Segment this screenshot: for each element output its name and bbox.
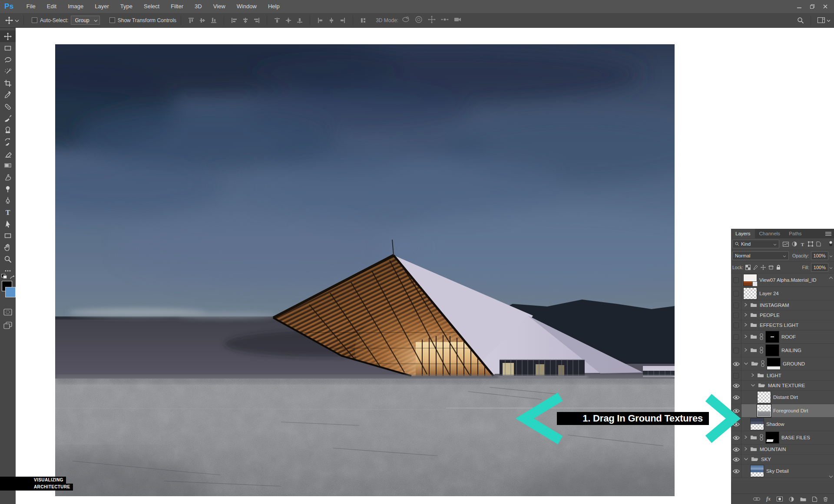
layer-name[interactable]: EFFECTS LIGHT: [760, 323, 798, 328]
menu-window[interactable]: Window: [231, 0, 262, 13]
new-layer-icon[interactable]: [812, 497, 817, 502]
expand-group-icon[interactable]: [744, 435, 748, 441]
menu-3d[interactable]: 3D: [189, 0, 208, 13]
fill-value[interactable]: 100%: [811, 263, 828, 272]
show-transform-controls-checkbox[interactable]: [109, 17, 115, 23]
type-tool[interactable]: T: [0, 206, 16, 218]
link-layers-icon[interactable]: [753, 497, 760, 501]
align-bottom-edges-icon[interactable]: [208, 16, 219, 25]
layer-thumbnail[interactable]: [751, 418, 764, 430]
minimize-button[interactable]: [797, 4, 802, 9]
layer-style-fx-icon[interactable]: fx: [766, 496, 771, 502]
layer-row-foreground-dirt[interactable]: Foreground Dirt: [731, 404, 834, 418]
layer-thumbnail[interactable]: [758, 405, 771, 416]
hand-tool[interactable]: [0, 241, 16, 253]
restore-button[interactable]: [810, 4, 815, 9]
filter-type-layers-icon[interactable]: T: [800, 242, 805, 247]
layer-row-ground[interactable]: GROUND: [731, 357, 834, 371]
dodge-tool[interactable]: [0, 183, 16, 194]
expand-group-icon[interactable]: [744, 312, 748, 318]
expand-group-icon[interactable]: [744, 334, 748, 340]
lock-artboard-icon[interactable]: [768, 265, 774, 270]
layer-visibility-toggle[interactable]: [731, 287, 741, 300]
lock-position-icon[interactable]: [761, 265, 766, 270]
default-colors-icon[interactable]: [1, 274, 7, 278]
distribute-top-edges-icon[interactable]: [271, 16, 283, 25]
layer-row-railing[interactable]: RAILING: [731, 344, 834, 357]
opacity-chevron-icon[interactable]: [829, 253, 833, 258]
crop-tool[interactable]: [0, 77, 16, 89]
filter-kind-dropdown[interactable]: Kind: [732, 240, 779, 248]
eraser-tool[interactable]: [0, 148, 16, 159]
layer-mask-thumbnail[interactable]: [766, 345, 779, 356]
distribute-right-edges-icon[interactable]: [337, 16, 348, 25]
layer-row-mountain[interactable]: MOUNTAIN: [731, 445, 834, 455]
tab-channels[interactable]: Channels: [755, 229, 785, 238]
align-right-edges-icon[interactable]: [251, 16, 262, 25]
menu-type[interactable]: Type: [115, 0, 138, 13]
layer-visibility-toggle[interactable]: [731, 357, 741, 370]
distribute-vertical-centers-icon[interactable]: [283, 16, 294, 25]
layer-visibility-toggle[interactable]: [731, 431, 741, 444]
layer-row-effects-light[interactable]: EFFECTS LIGHT: [731, 320, 834, 330]
layer-row-instagram[interactable]: INSTAGRAM: [731, 300, 834, 310]
menu-image[interactable]: Image: [62, 0, 89, 13]
new-group-icon[interactable]: [800, 497, 806, 501]
align-left-edges-icon[interactable]: [228, 16, 240, 25]
layer-name[interactable]: BASE FILES: [781, 435, 810, 440]
layer-row-layer-24[interactable]: Layer 24: [731, 287, 834, 300]
clone-stamp-tool[interactable]: [0, 124, 16, 136]
layer-name[interactable]: INSTAGRAM: [760, 303, 789, 308]
fill-chevron-icon[interactable]: [829, 265, 833, 270]
layer-visibility-toggle[interactable]: [731, 381, 741, 390]
auto-select-checkbox[interactable]: [32, 17, 37, 23]
new-adjustment-layer-icon[interactable]: [789, 497, 794, 502]
distribute-bottom-edges-icon[interactable]: [294, 16, 305, 25]
3d-drag-icon[interactable]: [428, 16, 436, 25]
layer-row-light[interactable]: LIGHT: [731, 371, 834, 381]
layer-thumbnail[interactable]: [744, 288, 757, 299]
opacity-value[interactable]: 100%: [811, 251, 828, 260]
quick-mask-mode-icon[interactable]: [0, 306, 16, 318]
layer-thumbnail[interactable]: [744, 274, 757, 286]
smudge-tool[interactable]: [0, 171, 16, 183]
canvas-image[interactable]: [55, 44, 675, 496]
collapse-group-icon[interactable]: [744, 361, 748, 366]
layer-name[interactable]: RAILING: [781, 348, 801, 353]
filtering-toggle[interactable]: [829, 240, 833, 247]
scroll-down-icon[interactable]: [829, 474, 833, 479]
close-button[interactable]: [823, 4, 828, 9]
workspace-switcher-icon[interactable]: [815, 16, 827, 25]
screen-mode-icon[interactable]: [0, 320, 16, 331]
3d-slide-icon[interactable]: [441, 16, 449, 25]
expand-group-icon[interactable]: [744, 322, 748, 328]
filter-shape-layers-icon[interactable]: [808, 241, 813, 247]
tool-preset-chevron-icon[interactable]: [15, 17, 19, 23]
layer-mask-thumbnail[interactable]: [766, 331, 779, 343]
layer-name[interactable]: Distant Dirt: [773, 395, 798, 400]
layer-visibility-toggle[interactable]: [731, 404, 741, 417]
tab-paths[interactable]: Paths: [784, 229, 806, 238]
rectangular-marquee-tool[interactable]: [0, 42, 16, 54]
layer-name[interactable]: LIGHT: [767, 373, 781, 378]
auto-align-layers-icon[interactable]: [357, 16, 369, 25]
layer-name[interactable]: GROUND: [783, 361, 805, 366]
lock-pixels-icon[interactable]: [753, 265, 758, 270]
filter-adjustment-layers-icon[interactable]: [792, 241, 797, 247]
layer-row-view07-alpha-material-id[interactable]: View07 Alpha.Material_ID: [731, 273, 834, 287]
layer-visibility-toggle[interactable]: [731, 371, 741, 380]
menu-layer[interactable]: Layer: [89, 0, 115, 13]
layer-mask-thumbnail[interactable]: [766, 432, 779, 443]
layer-visibility-toggle[interactable]: [731, 455, 741, 464]
filter-pixel-layers-icon[interactable]: [783, 242, 789, 247]
expand-group-icon[interactable]: [751, 372, 755, 379]
collapse-group-icon[interactable]: [744, 457, 748, 462]
layer-name[interactable]: Shadow: [766, 422, 784, 427]
layer-row-people[interactable]: PEOPLE: [731, 310, 834, 320]
distribute-left-edges-icon[interactable]: [314, 16, 326, 25]
auto-select-dropdown[interactable]: Group: [71, 16, 99, 25]
layer-name[interactable]: Foreground Dirt: [773, 408, 808, 413]
layer-row-main-texture[interactable]: MAIN TEXTURE: [731, 381, 834, 391]
chevron-down-icon[interactable]: [827, 17, 831, 23]
layer-visibility-toggle[interactable]: [731, 320, 741, 330]
